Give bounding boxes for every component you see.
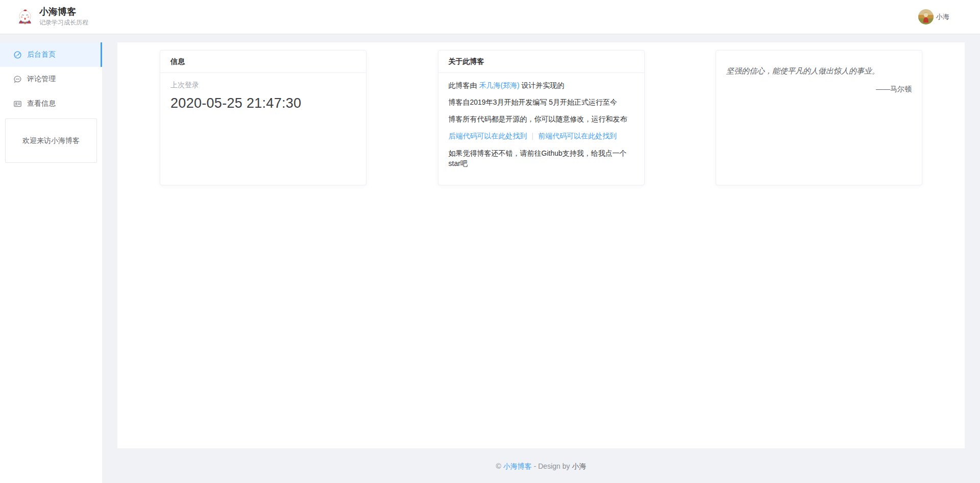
about-card-body: 此博客由 禾几海(郑海) 设计并实现的 博客自2019年3月开始开发编写 5月开… [438,73,644,176]
site-subtitle: 记录学习成长历程 [39,18,88,27]
quote-text: 坚强的信心，能使平凡的人做出惊人的事业。 [726,65,912,76]
top-header: 小海博客 记录学习成长历程 小海 [0,0,980,34]
page-layout: 后台首页 评论管理 [0,42,980,483]
about-line-author: 此博客由 禾几海(郑海) 设计并实现的 [449,81,634,90]
about-line-links: 后端代码可以在此处找到|前端代码可以在此处找到 [449,131,634,141]
quote-card: 坚强的信心，能使平凡的人做出惊人的事业。 ——马尔顿 [716,50,922,185]
page-footer: © 小海博客 - Design by 小海 [117,448,965,471]
main-content: 信息 上次登录 2020-05-25 21:47:30 关于此博客 此博客由 禾… [117,42,965,448]
comment-bubble-icon [13,75,22,84]
last-login-time: 2020-05-25 21:47:30 [170,95,356,111]
footer-middle-text: - Design by [534,462,570,470]
info-card-title: 信息 [160,51,366,73]
footer-site-link[interactable]: 小海博客 [503,462,532,470]
site-title: 小海博客 [39,7,88,17]
about-line1-suffix: 设计并实现的 [520,81,565,89]
brand: 小海博客 记录学习成长历程 [16,7,88,28]
brand-text: 小海博客 记录学习成长历程 [39,7,88,28]
user-menu[interactable]: 小海 [918,9,949,25]
cards-row: 信息 上次登录 2020-05-25 21:47:30 关于此博客 此博客由 禾… [160,50,922,185]
about-line-star: 如果觉得博客还不错，请前往Github支持我，给我点一个star吧 [449,148,634,169]
sidebar-item-comments[interactable]: 评论管理 [0,67,102,91]
sidebar-item-dashboard[interactable]: 后台首页 [0,42,102,67]
sidebar-item-view-info[interactable]: 查看信息 [0,91,102,116]
welcome-box: 欢迎来访小海博客 [5,118,97,163]
info-card-body: 上次登录 2020-05-25 21:47:30 [160,73,366,119]
quote-card-body: 坚强的信心，能使平凡的人做出惊人的事业。 ——马尔顿 [716,51,922,109]
backend-code-link[interactable]: 后端代码可以在此处找到 [449,132,527,140]
links-divider: | [532,132,534,140]
about-card: 关于此博客 此博客由 禾几海(郑海) 设计并实现的 博客自2019年3月开始开发… [438,50,645,185]
frontend-code-link[interactable]: 前端代码可以在此处找到 [538,132,617,140]
about-line-history: 博客自2019年3月开始开发编写 5月开始正式运行至今 [449,98,634,107]
sidebar-item-label: 后台首页 [27,50,56,59]
user-avatar[interactable] [918,9,934,25]
about-line1-prefix: 此博客由 [449,81,479,89]
sidebar: 后台首页 评论管理 [0,42,102,483]
copyright-symbol: © [496,462,501,470]
dashboard-gauge-icon [13,51,22,59]
quote-author: ——马尔顿 [726,85,912,94]
user-name: 小海 [936,12,949,21]
author-link[interactable]: 禾几海(郑海) [479,81,519,89]
id-card-icon [13,100,22,108]
sidebar-menu: 后台首页 评论管理 [0,42,102,116]
footer-designer-name: 小海 [572,462,586,470]
about-card-title: 关于此博客 [438,51,644,73]
about-line-opensource: 博客所有代码都是开源的，你可以随意修改，运行和发布 [449,114,634,124]
last-login-label: 上次登录 [170,81,356,90]
site-logo-icon [16,8,34,26]
sidebar-item-label: 查看信息 [27,99,56,108]
main-column: 信息 上次登录 2020-05-25 21:47:30 关于此博客 此博客由 禾… [117,42,965,483]
sidebar-item-label: 评论管理 [27,75,56,84]
info-card: 信息 上次登录 2020-05-25 21:47:30 [160,50,366,185]
welcome-text: 欢迎来访小海博客 [22,136,80,146]
